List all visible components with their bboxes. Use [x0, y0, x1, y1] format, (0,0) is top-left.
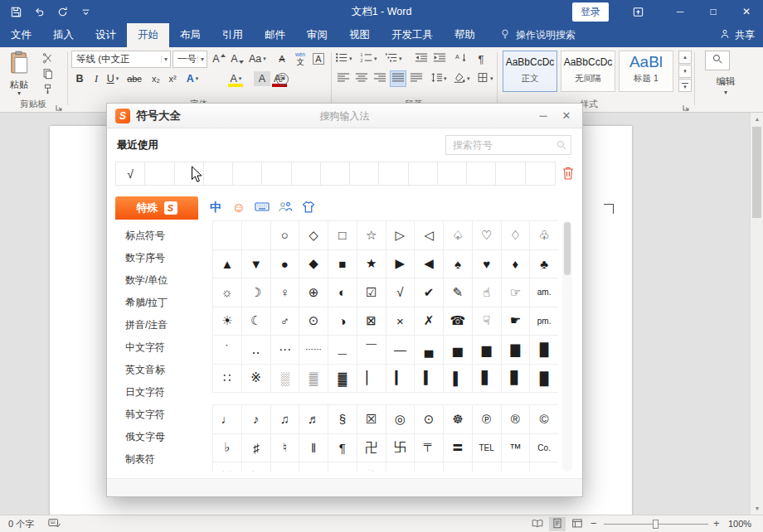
scrollbar-thumb[interactable] [752, 127, 761, 218]
align-left-button[interactable] [335, 70, 352, 87]
recent-symbol-cell[interactable] [204, 162, 233, 185]
tab-layout[interactable]: 布局 [169, 23, 211, 47]
symbol-cell[interactable]: ♣ [530, 250, 558, 279]
symbol-cell[interactable]: ★ [415, 462, 444, 472]
symbol-cell[interactable]: ☀ [213, 307, 242, 336]
symbol-cell[interactable]: ♧ [530, 221, 558, 250]
symbol-cell[interactable]: █ [530, 336, 558, 365]
symbol-cell[interactable]: ‖ [299, 434, 328, 463]
symbol-cell[interactable]: 卍 [357, 434, 386, 463]
symbol-cell[interactable]: ™ [502, 434, 531, 463]
symbol-cell[interactable]: ■ [328, 250, 357, 279]
show-marks-button[interactable]: ¶ [473, 51, 489, 67]
symbol-cell[interactable]: ✎ [444, 278, 473, 307]
symbol-cell[interactable]: pm. [530, 307, 558, 336]
symbol-cell[interactable]: ○ [271, 221, 300, 250]
symbol-cell[interactable]: ⊙ [299, 307, 328, 336]
symbol-cell[interactable]: ◑ [328, 307, 357, 336]
editing-caret-icon[interactable]: ▾ [695, 89, 756, 96]
increase-indent-button[interactable] [431, 51, 448, 67]
symbol-cell[interactable] [242, 221, 271, 250]
symbol-cell[interactable]: ♀ [271, 278, 300, 307]
superscript-button[interactable]: x² [164, 70, 181, 87]
recent-symbol-cell[interactable] [321, 162, 350, 185]
symbol-cell[interactable]: ☼ [213, 278, 242, 307]
symbol-cell[interactable]: ▒ [299, 365, 328, 394]
symbol-cell[interactable]: 〒 [415, 434, 444, 463]
tab-mailings[interactable]: 邮件 [254, 23, 296, 47]
symbol-cell[interactable]: — [386, 336, 416, 365]
zoom-in-button[interactable]: + [713, 515, 720, 532]
category-item[interactable]: 数学/单位 [115, 269, 202, 292]
category-item[interactable]: 韩文字符 [115, 404, 202, 426]
category-item[interactable]: 制表符 [115, 448, 202, 471]
dialog-title-bar[interactable]: S 符号大全 搜狗输入法 ─ ✕ [107, 104, 582, 128]
word-count[interactable]: 0 个字 [8, 515, 34, 532]
tab-references[interactable]: 引用 [211, 23, 254, 47]
strikethrough-button[interactable]: abc [126, 70, 143, 87]
distribute-button[interactable] [408, 70, 425, 87]
symbol-cell[interactable]: ☂ [299, 462, 328, 472]
symbol-cell[interactable]: ▲ [213, 250, 242, 279]
zoom-out-button[interactable]: − [590, 515, 597, 532]
symbol-cell[interactable]: ⋯⋯ [299, 336, 328, 365]
category-item[interactable]: 英文音标 [115, 359, 202, 381]
character-shading-button[interactable]: A [254, 71, 270, 86]
symbol-cell[interactable]: ☁ [328, 462, 357, 472]
dialog-minimize-button[interactable]: ─ [532, 104, 554, 128]
symbol-cell[interactable]: ✗ [415, 307, 444, 336]
recent-symbol-cell[interactable] [379, 162, 408, 185]
symbol-cell[interactable]: 卐 [386, 434, 416, 463]
styles-gallery-down-icon[interactable]: ▾ [678, 65, 692, 78]
symbol-cell[interactable]: ☒ [357, 405, 386, 434]
symbol-cell[interactable]: ˙ [213, 336, 242, 365]
symbol-cell[interactable]: ☸ [444, 405, 473, 434]
symbol-cell[interactable]: ◎ [386, 405, 416, 434]
symbol-cell[interactable]: ☃ [357, 462, 386, 472]
recent-symbol-cell[interactable] [438, 162, 467, 185]
line-spacing-button[interactable]: ▾ [430, 70, 447, 87]
symbol-cell[interactable]: ☑ [357, 278, 386, 307]
clear-formatting-button[interactable]: A [274, 51, 290, 67]
symbol-cell[interactable]: ¶ [328, 434, 357, 463]
recent-symbol-cell[interactable] [145, 162, 174, 185]
style-no-spacing[interactable]: AaBbCcDc 无间隔 [561, 51, 615, 92]
symbol-cell[interactable]: ▄ [415, 336, 444, 365]
symbol-cell[interactable]: ☮ [502, 462, 531, 472]
symbol-cell[interactable]: ℉ [242, 462, 271, 472]
align-right-button[interactable] [372, 70, 388, 87]
clear-recent-trash-icon[interactable] [561, 165, 576, 181]
tab-people-icon[interactable] [275, 196, 296, 220]
symbol-search-input[interactable] [446, 136, 554, 154]
symbol-cell[interactable]: ▍ [415, 365, 444, 394]
grow-font-button[interactable]: A [211, 51, 227, 67]
symbol-cell[interactable]: ℃ [213, 462, 242, 472]
symbol-cell[interactable]: ▅ [444, 336, 473, 365]
symbol-cell[interactable]: ● [271, 250, 300, 279]
symbol-cell[interactable]: ♪ [242, 405, 271, 434]
symbol-cell[interactable] [213, 221, 242, 250]
tell-me-search[interactable]: 操作说明搜索 [499, 23, 576, 47]
web-layout-icon[interactable] [569, 517, 586, 531]
change-case-button[interactable]: Aa▾ [249, 51, 266, 67]
symbol-cell[interactable]: am. [530, 278, 558, 307]
style-heading1[interactable]: AaBl 标题 1 [619, 51, 673, 92]
symbol-cell[interactable]: 〓 [444, 434, 473, 463]
symbol-cell[interactable]: ▷ [386, 221, 416, 250]
symbol-cell[interactable]: ♨ [386, 462, 416, 472]
symbol-cell[interactable]: ▓ [328, 365, 357, 394]
symbol-cell[interactable]: ▇ [502, 336, 531, 365]
character-border-button[interactable]: A [310, 51, 327, 67]
italic-button[interactable]: I [88, 70, 104, 87]
symbol-cell[interactable]: ◇ [299, 221, 328, 250]
recent-symbol-cell[interactable]: √ [116, 162, 145, 185]
symbol-cell[interactable]: ☝ [473, 278, 502, 307]
category-item[interactable]: 俄文字母 [115, 426, 202, 448]
symbol-cell[interactable]: ＿ [328, 336, 357, 365]
symbol-cell[interactable]: ▌ [444, 365, 473, 394]
styles-gallery-up-icon[interactable]: ▴ [678, 51, 692, 64]
symbol-cell[interactable]: ░ [271, 365, 300, 394]
close-button[interactable]: ✕ [730, 0, 763, 23]
symbol-cell[interactable]: ☯ [530, 462, 558, 472]
tab-view[interactable]: 视图 [338, 23, 381, 47]
